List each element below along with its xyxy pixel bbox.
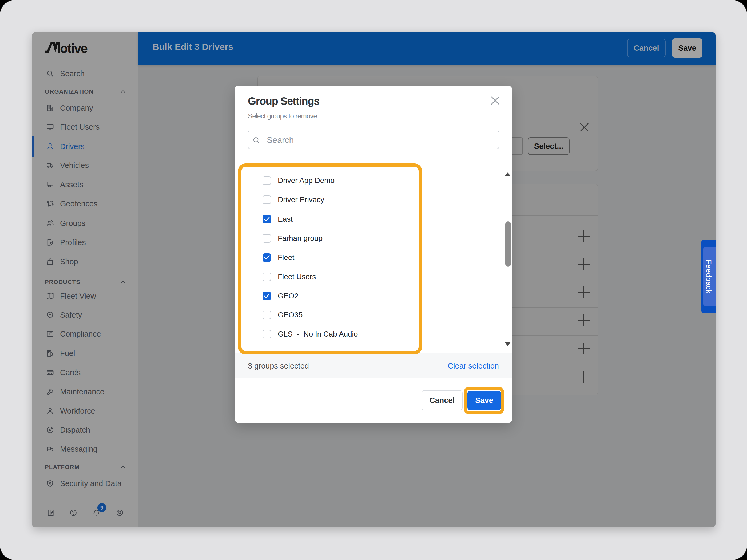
- svg-text:otive: otive: [60, 42, 87, 53]
